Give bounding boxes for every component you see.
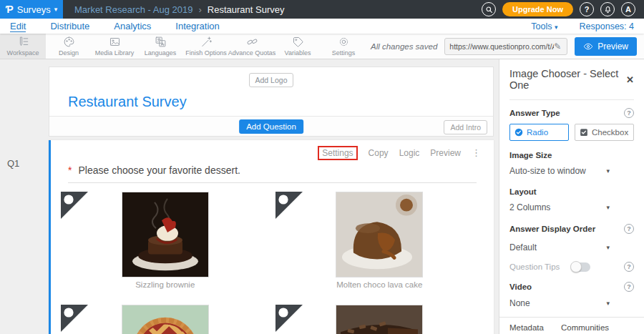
breadcrumb-current: Restaurant Survey — [208, 4, 285, 15]
preview-button[interactable]: Preview — [575, 37, 637, 56]
tab-metadata[interactable]: Metadata — [509, 318, 544, 334]
image-option-figure[interactable] — [122, 305, 209, 334]
panel-divider — [509, 99, 634, 100]
dessert-image-sizzling-brownie[interactable] — [122, 192, 209, 277]
search-button[interactable] — [482, 2, 496, 16]
toolbar-item-media-library[interactable]: Media Library — [92, 34, 137, 59]
close-icon[interactable]: ✕ — [626, 74, 634, 85]
breadcrumb-parent-link[interactable]: Market Research - Aug 2019 — [74, 4, 192, 15]
layout-label: Layout — [509, 187, 537, 196]
image-option-figure[interactable]: Sizzling brownie — [122, 192, 209, 289]
answer-display-order-label: Answer Display Order — [509, 225, 595, 233]
toolbar-item-settings[interactable]: Settings — [321, 34, 366, 59]
question-action-logic[interactable]: Logic — [399, 148, 420, 158]
toolbar-item-variables[interactable]: Variables — [275, 34, 321, 59]
notifications-button[interactable] — [600, 2, 615, 16]
toolbar-item-advance-quotas[interactable]: Advance Quotas — [229, 34, 275, 59]
required-asterisk: * — [68, 164, 72, 176]
languages-icon — [155, 36, 167, 48]
responses-link[interactable]: Responses: 4 — [580, 21, 634, 31]
bell-icon — [604, 6, 612, 14]
chevron-down-icon: ▾ — [606, 300, 610, 307]
layout-dropdown[interactable]: 2 Columns ▾ — [509, 202, 610, 212]
toolbar-item-design[interactable]: Design — [46, 34, 92, 59]
chevron-down-icon: ▾ — [606, 204, 610, 211]
settings-gear-icon — [338, 36, 350, 48]
survey-url-box: ✎ — [444, 38, 567, 55]
help-icon[interactable]: ? — [624, 224, 634, 234]
question-action-copy[interactable]: Copy — [369, 148, 389, 158]
toolbar-item-workspace[interactable]: Workspace — [0, 34, 46, 59]
help-icon[interactable]: ? — [624, 108, 634, 118]
radio-marker-icon[interactable] — [61, 305, 88, 332]
image-option: Molten choco lava cake — [273, 192, 487, 305]
variables-tag-icon — [292, 36, 304, 48]
question-action-preview[interactable]: Preview — [430, 148, 461, 158]
image-option-figure[interactable] — [336, 305, 423, 334]
dessert-image-cherry-pie[interactable] — [122, 305, 209, 334]
tab-analytics[interactable]: Analytics — [114, 21, 151, 31]
toolbar-item-label: Languages — [145, 49, 177, 57]
breadcrumb-separator-icon: › — [198, 4, 201, 15]
answer-type-checkbox-option[interactable]: Checkbox — [575, 124, 634, 141]
save-status: All changes saved — [371, 42, 437, 51]
help-icon[interactable]: ? — [624, 282, 634, 292]
question-settings-panel: Image Chooser - Select One ✕ Answer Type… — [499, 59, 644, 334]
dessert-image-molten-choco-lava-cake[interactable] — [336, 192, 423, 277]
survey-title[interactable]: Restaurant Survey — [68, 94, 493, 110]
radio-check-icon — [514, 128, 523, 137]
video-dropdown[interactable]: None ▾ — [509, 298, 610, 308]
chevron-down-icon: ▾ — [606, 167, 610, 175]
upgrade-now-button[interactable]: Upgrade Now — [502, 2, 573, 16]
add-intro-button[interactable]: Add Intro — [444, 120, 487, 134]
help-icon[interactable]: ? — [624, 262, 634, 272]
video-value: None — [509, 298, 530, 308]
surveys-menu[interactable]: Ƥ Surveys ▾ — [0, 0, 63, 19]
toolbar-item-languages[interactable]: Languages — [137, 34, 183, 59]
radio-marker-icon[interactable] — [275, 305, 303, 332]
image-size-label: Image Size — [509, 151, 552, 159]
toolbar-item-finish-options[interactable]: Finish Options — [183, 34, 229, 59]
toolbar-item-label: Media Library — [95, 49, 135, 57]
toggle-knob — [570, 261, 582, 272]
question-actions: Settings Copy Logic Preview ⋮ — [51, 140, 494, 160]
preview-button-label: Preview — [597, 41, 628, 51]
tab-integration[interactable]: Integration — [175, 21, 219, 31]
video-label: Video — [509, 283, 532, 291]
answer-type-radio-option[interactable]: Radio — [509, 124, 569, 141]
tab-distribute[interactable]: Distribute — [50, 21, 89, 31]
image-size-dropdown[interactable]: Auto-size to window ▾ — [509, 166, 610, 176]
survey-canvas: Add Logo Restaurant Survey Add Question … — [49, 67, 494, 334]
survey-url-input[interactable] — [449, 42, 554, 51]
tab-edit[interactable]: Edit — [10, 21, 26, 32]
toolbar-item-label: Workspace — [7, 49, 39, 57]
radio-marker-icon[interactable] — [275, 192, 303, 219]
chevron-down-icon: ▾ — [555, 24, 558, 31]
app-root: Ƥ Surveys ▾ Market Research - Aug 2019 ›… — [0, 0, 644, 334]
question-tips-toggle[interactable] — [571, 262, 590, 272]
image-option — [273, 305, 487, 334]
add-logo-button[interactable]: Add Logo — [249, 73, 294, 87]
toolbar-item-label: Advance Quotas — [228, 49, 276, 57]
radio-marker-icon[interactable] — [61, 192, 88, 219]
dessert-image-chocolate-cake[interactable] — [336, 305, 423, 334]
help-button[interactable]: ? — [580, 2, 594, 16]
workspace-icon — [17, 36, 29, 48]
image-option-caption: Molten choco lava cake — [336, 280, 423, 289]
answer-display-order-dropdown[interactable]: Default ▾ — [509, 242, 610, 252]
tab-communities[interactable]: Communities — [561, 318, 609, 334]
add-question-button[interactable]: Add Question — [239, 119, 303, 134]
kebab-menu-icon[interactable]: ⋮ — [472, 149, 481, 157]
image-option-figure[interactable]: Molten choco lava cake — [336, 192, 423, 289]
image-size-value: Auto-size to window — [509, 166, 586, 176]
question-text[interactable]: Please choose your favorite dessert. — [78, 164, 240, 176]
avatar[interactable]: A — [621, 2, 635, 16]
edit-url-pencil-icon[interactable]: ✎ — [554, 41, 561, 51]
question-tips-label: Question Tips — [509, 262, 560, 271]
radio-option-label: Radio — [527, 128, 548, 137]
checkbox-option-label: Checkbox — [592, 128, 628, 137]
question-action-settings[interactable]: Settings — [318, 146, 357, 160]
tools-menu[interactable]: Tools ▾ — [531, 21, 557, 31]
eye-icon — [583, 41, 593, 51]
toolbar-item-label: Design — [59, 49, 79, 57]
